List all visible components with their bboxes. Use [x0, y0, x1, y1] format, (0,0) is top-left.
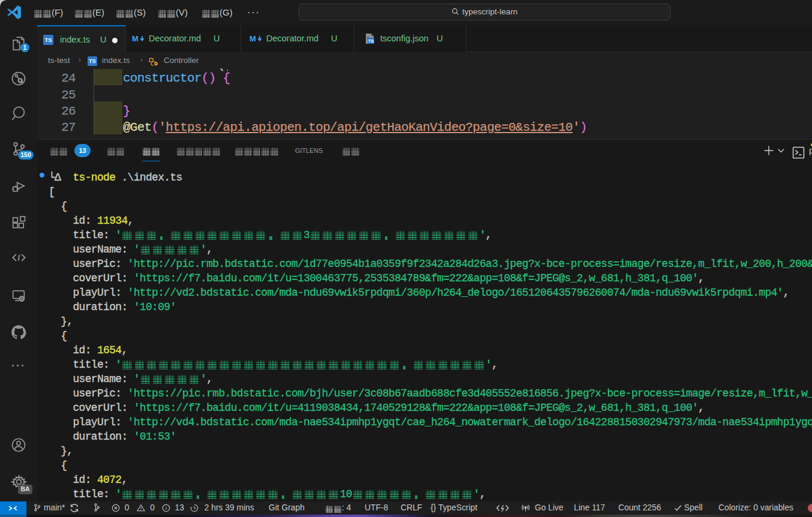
svg-text:M: M — [132, 35, 139, 43]
svg-text:TS: TS — [368, 38, 374, 44]
svg-text:M: M — [249, 35, 256, 43]
